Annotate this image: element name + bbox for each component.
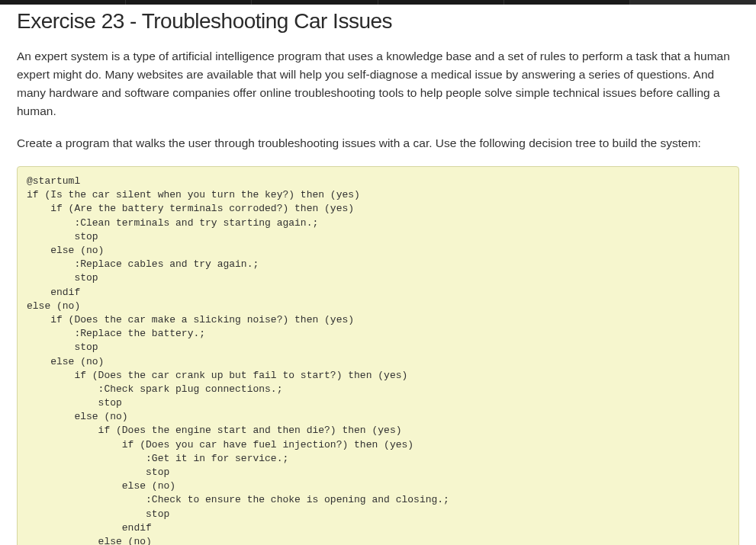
nav-segment [0,0,126,5]
intro-paragraph-1: An expert system is a type of artificial… [17,47,739,120]
intro-paragraph-2: Create a program that walks the user thr… [17,134,739,152]
nav-segment [504,0,630,5]
top-nav-bar [0,0,756,5]
page-title: Exercise 23 - Troubleshooting Car Issues [17,9,739,34]
main-content: Exercise 23 - Troubleshooting Car Issues… [0,9,756,545]
nav-segment [126,0,252,5]
nav-segment [252,0,378,5]
nav-segment [378,0,504,5]
code-block: @startuml if (Is the car silent when you… [17,166,739,545]
nav-segment [630,0,756,5]
